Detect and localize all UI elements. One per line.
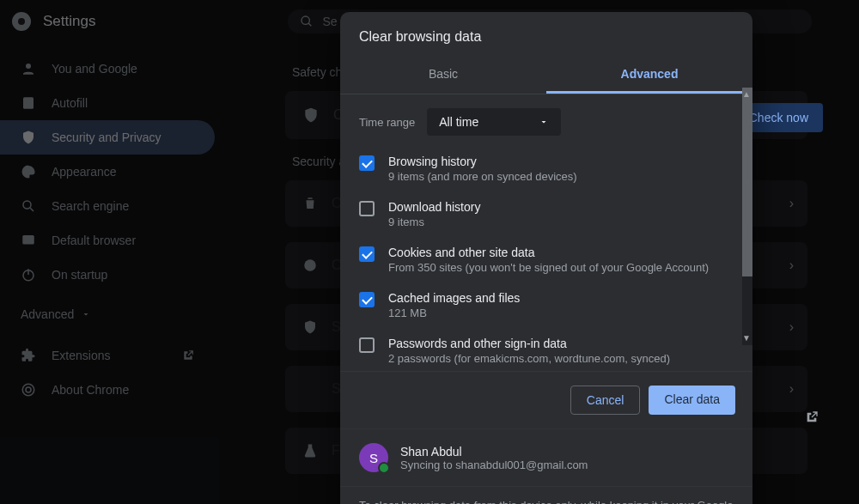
option-cookies[interactable]: Cookies and other site dataFrom 350 site… — [359, 237, 734, 282]
signout-note: To clear browsing data from this device … — [340, 486, 752, 504]
sync-status-icon — [378, 462, 390, 474]
checkbox[interactable] — [359, 337, 375, 353]
checkbox[interactable] — [359, 292, 375, 307]
scroll-down-icon[interactable]: ▼ — [742, 333, 751, 343]
dialog-title: Clear browsing data — [340, 12, 752, 57]
option-download-history[interactable]: Download history9 items — [359, 191, 734, 237]
checkbox[interactable] — [359, 246, 375, 262]
clear-data-button[interactable]: Clear data — [649, 386, 735, 415]
option-cached[interactable]: Cached images and files121 MB — [359, 282, 734, 328]
account-sync-status: Syncing to shanabdul001@gmail.com — [400, 458, 588, 471]
scroll-up-icon[interactable]: ▲ — [742, 89, 751, 99]
cancel-button[interactable]: Cancel — [570, 386, 641, 415]
clear-browsing-data-dialog: Clear browsing data Basic Advanced ▲ ▼ T… — [340, 12, 752, 504]
account-name: Shan Abdul — [400, 445, 588, 458]
option-passwords[interactable]: Passwords and other sign-in data2 passwo… — [359, 328, 734, 367]
scrollbar-thumb[interactable] — [742, 88, 752, 276]
avatar: S — [359, 443, 388, 472]
options-list: Browsing history9 items (and more on syn… — [340, 144, 752, 367]
time-range-label: Time range — [359, 116, 415, 129]
account-row: S Shan Abdul Syncing to shanabdul001@gma… — [340, 428, 752, 479]
chevron-down-icon — [539, 117, 549, 127]
checkbox[interactable] — [359, 155, 375, 171]
tab-advanced[interactable]: Advanced — [546, 57, 752, 94]
option-browsing-history[interactable]: Browsing history9 items (and more on syn… — [359, 146, 734, 191]
checkbox[interactable] — [359, 201, 375, 216]
time-range-select[interactable]: All time — [427, 108, 561, 136]
tab-basic[interactable]: Basic — [340, 57, 546, 94]
open-external-icon — [805, 410, 819, 424]
